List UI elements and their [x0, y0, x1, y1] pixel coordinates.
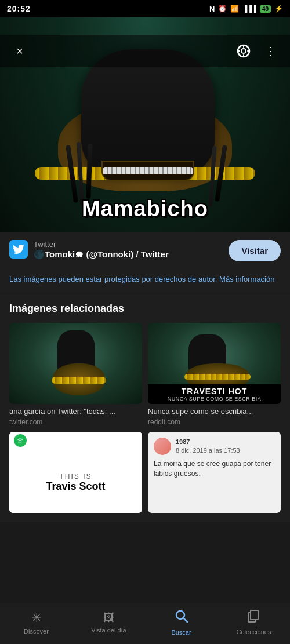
related-grid: ana garcía on Twitter: "todas: ... twitt… — [9, 323, 281, 513]
status-time: 20:52 — [7, 4, 31, 13]
meme-text: Mamabicho — [0, 197, 290, 221]
source-section: Twitter 🌑Tomoki🌧 (@Tonnoki) / Twitter Vi… — [0, 232, 290, 270]
related-item-source-1: twitter.com — [9, 418, 142, 426]
battery-indicator: 49 — [260, 5, 271, 13]
lens-button[interactable] — [233, 41, 254, 61]
charging-icon: ⚡ — [274, 5, 283, 13]
signal-icon: ▐▐▐ — [242, 5, 256, 12]
related-title: Imágenes relacionadas — [9, 303, 281, 315]
spotify-icon — [14, 434, 27, 447]
source-info: Twitter 🌑Tomoki🌧 (@Tonnoki) / Twitter — [34, 240, 223, 260]
nav-label-vista: Vista del día — [91, 627, 126, 634]
this-is-label: THIS IS — [59, 472, 92, 481]
more-options-button[interactable]: ⋮ — [260, 41, 281, 61]
related-img-2: TRAVESTI HOT NUNCA SUPE COMO SE ESCRIBIA — [148, 323, 281, 404]
travesti-overlay: TRAVESTI HOT NUNCA SUPE COMO SE ESCRIBIA — [148, 384, 281, 404]
more-info-link[interactable]: Más información — [219, 275, 274, 283]
wifi-icon: 📶 — [230, 5, 239, 13]
content-wrapper: × ⋮ — [0, 17, 290, 569]
related-item-text-1: ana garcía on Twitter: "todas: ... — [9, 407, 142, 417]
related-item-source-2: reddit.com — [148, 418, 281, 426]
status-bar: 20:52 N ⏰ 📶 ▐▐▐ 49 ⚡ — [0, 0, 290, 17]
nav-label-discover: Discover — [24, 628, 49, 635]
spotify-top — [9, 432, 142, 449]
spotify-content: THIS IS Travis Scott — [9, 449, 142, 513]
vista-icon: 🖼 — [103, 612, 114, 624]
nav-label-colecciones: Colecciones — [237, 628, 271, 635]
mini-eel-1 — [9, 323, 142, 404]
main-image-container: × ⋮ — [0, 17, 290, 232]
tw-post-body: La morra que se cree guapa por tener lab… — [154, 459, 275, 479]
spotify-card: THIS IS Travis Scott — [9, 432, 142, 513]
copyright-notice: Las imágenes pueden estar protegidas por… — [0, 270, 290, 293]
related-item-post[interactable]: 1987 8 dic. 2019 a las 17:53 La morra qu… — [148, 432, 281, 513]
related-item-twitter[interactable]: ana garcía on Twitter: "todas: ... twitt… — [9, 323, 142, 426]
status-icons: N ⏰ 📶 ▐▐▐ 49 ⚡ — [209, 5, 283, 13]
related-item-spotify[interactable]: THIS IS Travis Scott — [9, 432, 142, 513]
alarm-icon: ⏰ — [218, 5, 227, 13]
related-img-3: THIS IS Travis Scott — [9, 432, 142, 513]
related-img-4: 1987 8 dic. 2019 a las 17:53 La morra qu… — [148, 432, 281, 513]
tw-post-meta: 1987 8 dic. 2019 a las 17:53 — [176, 438, 240, 456]
tw-username: 1987 — [176, 438, 240, 446]
tw-avatar — [154, 438, 171, 455]
buscar-icon — [175, 609, 188, 627]
bottom-nav: ✳ Discover 🖼 Vista del día Buscar Colecc… — [0, 603, 290, 644]
discover-icon: ✳ — [31, 610, 42, 625]
source-app-name: Twitter — [34, 240, 223, 249]
close-button[interactable]: × — [9, 41, 30, 61]
svg-point-1 — [241, 49, 246, 53]
tw-post-header: 1987 8 dic. 2019 a las 17:53 — [154, 438, 275, 456]
colecciones-icon — [248, 610, 260, 626]
twitter-icon — [9, 240, 28, 259]
nav-item-colecciones[interactable]: Colecciones — [217, 610, 290, 635]
related-img-1 — [9, 323, 142, 404]
svg-line-8 — [183, 618, 187, 623]
nav-item-discover[interactable]: ✳ Discover — [0, 610, 72, 635]
travesti-title-text: TRAVESTI HOT — [150, 387, 278, 396]
network-letter: N — [209, 5, 215, 13]
travesti-subtitle-text: NUNCA SUPE COMO SE ESCRIBIA — [150, 396, 278, 402]
top-action-bar: × ⋮ — [0, 35, 290, 67]
copyright-text: Las imágenes pueden estar protegidas por… — [9, 274, 281, 285]
nav-item-buscar[interactable]: Buscar — [145, 609, 217, 636]
artist-name: Travis Scott — [46, 481, 105, 493]
related-item-text-2: Nunca supe como se escribia... — [148, 407, 281, 417]
visit-button[interactable]: Visitar — [229, 240, 281, 261]
nav-label-buscar: Buscar — [171, 629, 191, 636]
related-item-travesti[interactable]: TRAVESTI HOT NUNCA SUPE COMO SE ESCRIBIA… — [148, 323, 281, 426]
svg-rect-10 — [251, 610, 258, 620]
twitter-post-card: 1987 8 dic. 2019 a las 17:53 La morra qu… — [148, 432, 281, 513]
tw-date: 8 dic. 2019 a las 17:53 — [176, 446, 240, 455]
source-title: 🌑Tomoki🌧 (@Tonnoki) / Twitter — [34, 249, 223, 260]
source-left: Twitter 🌑Tomoki🌧 (@Tonnoki) / Twitter — [9, 240, 223, 260]
related-section: Imágenes relacionadas ana garcía on Twit… — [0, 293, 290, 522]
nav-item-vista[interactable]: 🖼 Vista del día — [72, 612, 145, 634]
